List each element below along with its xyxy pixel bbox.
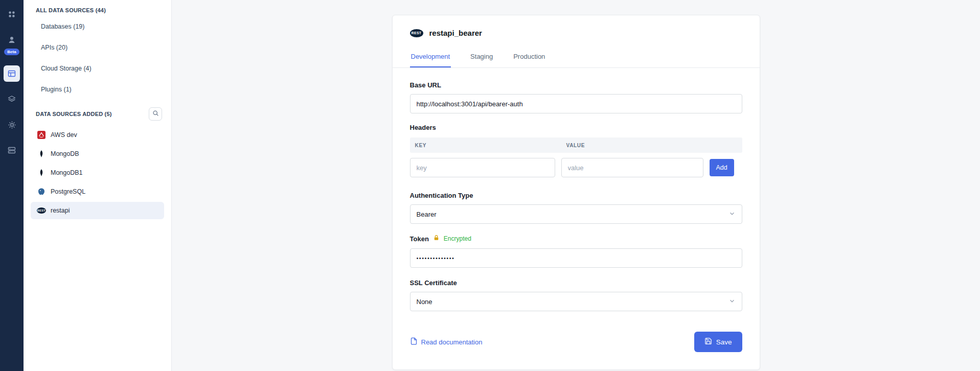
datasource-label: AWS dev — [51, 131, 77, 138]
documentation-icon — [410, 337, 418, 346]
chevron-down-icon — [728, 210, 736, 219]
settings-gear-icon[interactable] — [4, 117, 20, 133]
base-url-group: Base URL — [410, 81, 742, 113]
headers-label: Headers — [410, 124, 742, 131]
datasource-label: MongoDB1 — [51, 169, 83, 176]
save-icon — [704, 337, 712, 346]
auth-type-select[interactable]: Bearer — [410, 204, 742, 224]
datasource-label: PostgreSQL — [51, 188, 85, 195]
environment-tabs: Development Staging Production — [393, 48, 760, 68]
encrypted-badge: Encrypted — [444, 235, 471, 242]
sidebar-item-cloud-storage[interactable]: Cloud Storage (4) — [31, 59, 164, 78]
auth-type-label: Authentication Type — [410, 192, 742, 199]
apps-grid-icon[interactable] — [4, 6, 20, 22]
auth-type-value: Bearer — [417, 211, 437, 218]
mongodb-leaf-icon — [37, 149, 46, 158]
base-url-input[interactable] — [410, 94, 742, 113]
token-label: Token — [410, 235, 429, 243]
headers-value-column: VALUE — [561, 143, 585, 148]
header-key-input[interactable] — [410, 158, 555, 177]
headers-table-header: KEY VALUE — [410, 137, 742, 153]
aws-icon — [37, 130, 46, 140]
token-group: Token Encrypted — [410, 234, 742, 268]
headers-key-column: KEY — [410, 143, 561, 148]
sidebar-item-apis[interactable]: APIs (20) — [31, 38, 164, 57]
main-content: REST restapi_bearer Development Staging … — [172, 0, 980, 371]
datasource-item-restapi[interactable]: REST restapi — [31, 202, 164, 219]
headers-input-row: Add — [410, 158, 742, 177]
base-url-label: Base URL — [410, 81, 742, 89]
datasource-item-mongodb[interactable]: MongoDB — [31, 145, 164, 163]
headers-group: Headers KEY VALUE Add — [410, 124, 742, 177]
search-icon — [152, 110, 159, 118]
all-data-sources-title: ALL DATA SOURCES (44) — [31, 1, 164, 17]
read-documentation-label: Read documentation — [421, 338, 483, 346]
add-header-button[interactable]: Add — [710, 159, 734, 176]
postgresql-icon — [37, 187, 46, 196]
sidebar-item-databases[interactable]: Databases (19) — [31, 17, 164, 36]
ssl-certificate-select[interactable]: None — [410, 292, 742, 311]
beta-badge: Beta — [4, 49, 19, 55]
datasource-item-mongodb1[interactable]: MongoDB1 — [31, 164, 164, 181]
data-sources-added-header: DATA SOURCES ADDED (5) — [31, 101, 164, 125]
card-footer: Read documentation Save — [410, 332, 742, 352]
token-label-row: Token Encrypted — [410, 234, 742, 243]
datasource-label: MongoDB — [51, 150, 79, 157]
card-header: REST restapi_bearer — [410, 29, 742, 37]
tab-production[interactable]: Production — [512, 48, 546, 67]
mongodb-leaf-icon — [37, 168, 46, 177]
tab-development[interactable]: Development — [410, 48, 451, 67]
search-button[interactable] — [149, 107, 162, 121]
datasource-config-card: REST restapi_bearer Development Staging … — [392, 15, 760, 370]
app-rail: Beta — [0, 0, 24, 371]
save-button-label: Save — [716, 338, 732, 346]
ssl-certificate-value: None — [417, 298, 432, 306]
user-icon[interactable] — [4, 32, 20, 48]
data-sources-added-title: DATA SOURCES ADDED (5) — [36, 111, 112, 117]
page-title: restapi_bearer — [429, 29, 482, 37]
layers-icon[interactable] — [4, 91, 20, 107]
save-button[interactable]: Save — [694, 332, 742, 352]
rest-api-icon: REST — [410, 29, 423, 37]
rest-api-icon: REST — [37, 206, 46, 215]
sidebar-item-plugins[interactable]: Plugins (1) — [31, 80, 164, 99]
tab-staging[interactable]: Staging — [469, 48, 494, 67]
datasource-label: restapi — [51, 207, 70, 214]
datasource-item-postgresql[interactable]: PostgreSQL — [31, 183, 164, 200]
ssl-certificate-group: SSL Certificate None — [410, 279, 742, 311]
chevron-down-icon — [728, 297, 736, 306]
header-value-input[interactable] — [561, 158, 703, 177]
lock-icon — [433, 234, 440, 243]
read-documentation-link[interactable]: Read documentation — [410, 337, 483, 346]
datasource-item-aws-dev[interactable]: AWS dev — [31, 126, 164, 144]
data-sources-nav-icon[interactable] — [4, 65, 20, 82]
server-icon[interactable] — [4, 142, 20, 158]
token-input[interactable] — [410, 248, 742, 268]
data-sources-sidebar: ALL DATA SOURCES (44) Databases (19) API… — [24, 0, 172, 371]
ssl-certificate-label: SSL Certificate — [410, 279, 742, 287]
app-root: Beta ALL DATA SOURCES (44) Databases (19… — [0, 0, 980, 371]
auth-type-group: Authentication Type Bearer — [410, 192, 742, 224]
